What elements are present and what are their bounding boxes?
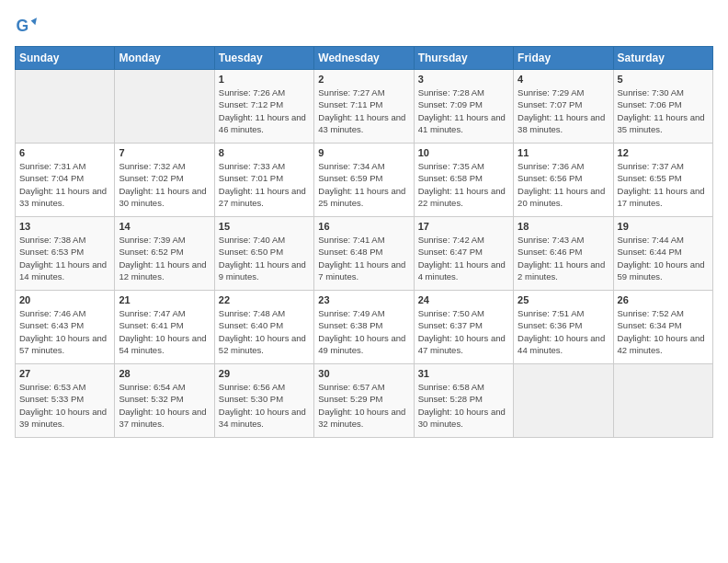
calendar-cell: 24Sunrise: 7:50 AMSunset: 6:37 PMDayligh… [414,291,513,364]
week-row-5: 27Sunrise: 6:53 AMSunset: 5:33 PMDayligh… [16,364,713,438]
day-number: 29 [219,368,310,379]
day-info: Sunrise: 7:47 AMSunset: 6:41 PMDaylight:… [119,307,210,356]
calendar-cell: 29Sunrise: 6:56 AMSunset: 5:30 PMDayligh… [214,364,313,438]
calendar-cell: 30Sunrise: 6:57 AMSunset: 5:29 PMDayligh… [314,364,414,438]
day-info: Sunrise: 7:31 AMSunset: 7:04 PMDaylight:… [19,160,110,209]
calendar-cell: 9Sunrise: 7:34 AMSunset: 6:59 PMDaylight… [314,144,414,217]
day-number: 8 [219,147,310,158]
week-row-3: 13Sunrise: 7:38 AMSunset: 6:53 PMDayligh… [16,217,713,291]
day-number: 25 [518,294,609,305]
day-info: Sunrise: 7:29 AMSunset: 7:07 PMDaylight:… [518,86,609,135]
day-info: Sunrise: 7:26 AMSunset: 7:12 PMDaylight:… [219,86,310,135]
week-row-1: 1Sunrise: 7:26 AMSunset: 7:12 PMDaylight… [16,70,713,144]
column-header-wednesday: Wednesday [314,47,414,70]
day-number: 22 [219,294,310,305]
day-info: Sunrise: 7:35 AMSunset: 6:58 PMDaylight:… [418,160,509,209]
day-number: 15 [219,221,310,232]
day-info: Sunrise: 7:46 AMSunset: 6:43 PMDaylight:… [19,307,110,356]
day-number: 26 [618,294,709,305]
logo: G [15,15,40,37]
day-info: Sunrise: 7:38 AMSunset: 6:53 PMDaylight:… [19,234,110,282]
calendar-cell: 23Sunrise: 7:49 AMSunset: 6:38 PMDayligh… [314,291,414,364]
day-number: 28 [119,368,210,379]
calendar-cell: 25Sunrise: 7:51 AMSunset: 6:36 PMDayligh… [514,291,613,364]
day-info: Sunrise: 6:58 AMSunset: 5:28 PMDaylight:… [418,381,509,430]
day-info: Sunrise: 7:34 AMSunset: 6:59 PMDaylight:… [318,160,409,209]
svg-text:G: G [17,17,29,35]
day-number: 31 [418,368,509,379]
day-number: 1 [219,74,310,85]
calendar-cell: 10Sunrise: 7:35 AMSunset: 6:58 PMDayligh… [414,144,513,217]
day-info: Sunrise: 7:40 AMSunset: 6:50 PMDaylight:… [219,234,310,282]
calendar-cell: 31Sunrise: 6:58 AMSunset: 5:28 PMDayligh… [414,364,513,438]
day-number: 13 [19,221,110,232]
calendar-cell: 14Sunrise: 7:39 AMSunset: 6:52 PMDayligh… [115,217,214,291]
day-info: Sunrise: 7:43 AMSunset: 6:46 PMDaylight:… [518,234,609,282]
calendar-cell: 19Sunrise: 7:44 AMSunset: 6:44 PMDayligh… [613,217,712,291]
day-number: 19 [618,221,709,232]
day-number: 14 [119,221,210,232]
column-header-saturday: Saturday [613,47,712,70]
calendar-cell: 26Sunrise: 7:52 AMSunset: 6:34 PMDayligh… [613,291,712,364]
day-number: 17 [418,221,509,232]
day-info: Sunrise: 7:41 AMSunset: 6:48 PMDaylight:… [318,234,409,282]
calendar-cell: 20Sunrise: 7:46 AMSunset: 6:43 PMDayligh… [16,291,115,364]
day-info: Sunrise: 7:30 AMSunset: 7:06 PMDaylight:… [618,86,709,135]
day-number: 11 [518,147,609,158]
day-number: 6 [19,147,110,158]
calendar-cell: 3Sunrise: 7:28 AMSunset: 7:09 PMDaylight… [414,70,513,144]
calendar-cell [613,364,712,438]
day-number: 12 [618,147,709,158]
day-number: 7 [119,147,210,158]
day-info: Sunrise: 7:37 AMSunset: 6:55 PMDaylight:… [618,160,709,209]
day-number: 24 [418,294,509,305]
day-info: Sunrise: 6:53 AMSunset: 5:33 PMDaylight:… [19,381,110,430]
calendar-cell: 12Sunrise: 7:37 AMSunset: 6:55 PMDayligh… [613,144,712,217]
calendar-cell: 18Sunrise: 7:43 AMSunset: 6:46 PMDayligh… [514,217,613,291]
day-number: 21 [119,294,210,305]
day-info: Sunrise: 7:39 AMSunset: 6:52 PMDaylight:… [119,234,210,282]
day-info: Sunrise: 7:48 AMSunset: 6:40 PMDaylight:… [219,307,310,356]
day-info: Sunrise: 7:32 AMSunset: 7:02 PMDaylight:… [119,160,210,209]
week-row-4: 20Sunrise: 7:46 AMSunset: 6:43 PMDayligh… [16,291,713,364]
day-number: 5 [618,74,709,85]
calendar-cell: 21Sunrise: 7:47 AMSunset: 6:41 PMDayligh… [115,291,214,364]
day-info: Sunrise: 7:50 AMSunset: 6:37 PMDaylight:… [418,307,509,356]
calendar-cell: 2Sunrise: 7:27 AMSunset: 7:11 PMDaylight… [314,70,414,144]
calendar-cell: 6Sunrise: 7:31 AMSunset: 7:04 PMDaylight… [16,144,115,217]
calendar-cell: 4Sunrise: 7:29 AMSunset: 7:07 PMDaylight… [514,70,613,144]
day-number: 27 [19,368,110,379]
day-number: 10 [418,147,509,158]
calendar-cell: 8Sunrise: 7:33 AMSunset: 7:01 PMDaylight… [214,144,313,217]
calendar-cell: 22Sunrise: 7:48 AMSunset: 6:40 PMDayligh… [214,291,313,364]
column-header-monday: Monday [115,47,214,70]
calendar-table: SundayMondayTuesdayWednesdayThursdayFrid… [15,46,713,438]
header-row: SundayMondayTuesdayWednesdayThursdayFrid… [16,47,713,70]
calendar-cell: 5Sunrise: 7:30 AMSunset: 7:06 PMDaylight… [613,70,712,144]
calendar-cell: 13Sunrise: 7:38 AMSunset: 6:53 PMDayligh… [16,217,115,291]
calendar-cell: 11Sunrise: 7:36 AMSunset: 6:56 PMDayligh… [514,144,613,217]
day-info: Sunrise: 7:27 AMSunset: 7:11 PMDaylight:… [318,86,409,135]
day-number: 4 [518,74,609,85]
day-info: Sunrise: 7:44 AMSunset: 6:44 PMDaylight:… [618,234,709,282]
day-number: 16 [318,221,409,232]
day-info: Sunrise: 7:49 AMSunset: 6:38 PMDaylight:… [318,307,409,356]
day-number: 3 [418,74,509,85]
day-info: Sunrise: 7:42 AMSunset: 6:47 PMDaylight:… [418,234,509,282]
day-number: 20 [19,294,110,305]
week-row-2: 6Sunrise: 7:31 AMSunset: 7:04 PMDaylight… [16,144,713,217]
calendar-cell: 16Sunrise: 7:41 AMSunset: 6:48 PMDayligh… [314,217,414,291]
day-info: Sunrise: 6:56 AMSunset: 5:30 PMDaylight:… [219,381,310,430]
day-number: 18 [518,221,609,232]
day-number: 9 [318,147,409,158]
column-header-friday: Friday [514,47,613,70]
calendar-cell [16,70,115,144]
calendar-cell [514,364,613,438]
calendar-cell: 27Sunrise: 6:53 AMSunset: 5:33 PMDayligh… [16,364,115,438]
calendar-cell: 15Sunrise: 7:40 AMSunset: 6:50 PMDayligh… [214,217,313,291]
day-info: Sunrise: 7:36 AMSunset: 6:56 PMDaylight:… [518,160,609,209]
day-info: Sunrise: 7:51 AMSunset: 6:36 PMDaylight:… [518,307,609,356]
day-info: Sunrise: 7:52 AMSunset: 6:34 PMDaylight:… [618,307,709,356]
day-number: 2 [318,74,409,85]
day-info: Sunrise: 6:54 AMSunset: 5:32 PMDaylight:… [119,381,210,430]
